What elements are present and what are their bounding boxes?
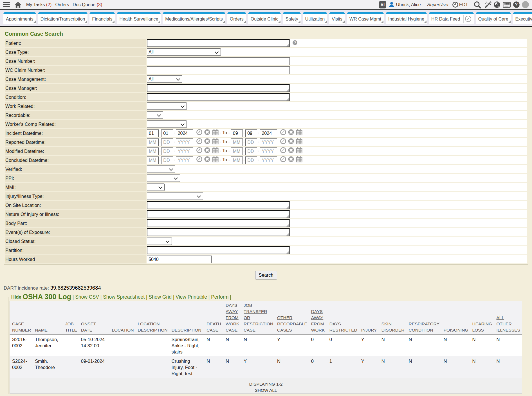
svg-text:?: ? (515, 2, 518, 7)
svg-text:?: ? (294, 41, 296, 45)
